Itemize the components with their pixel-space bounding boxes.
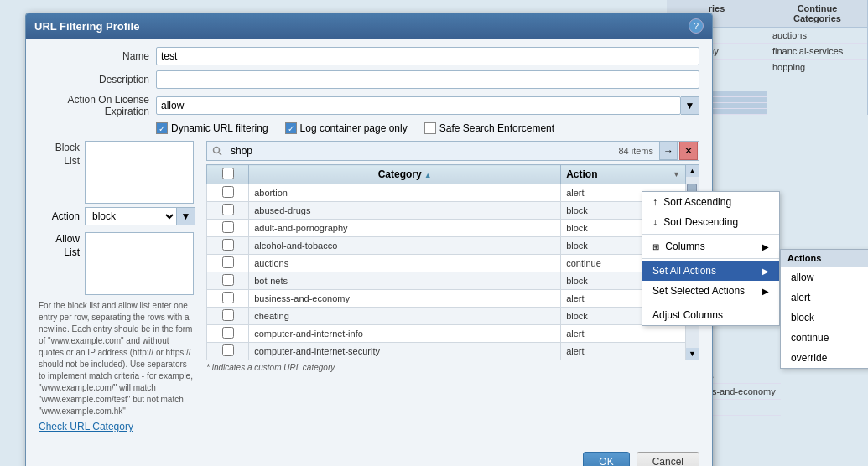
block-list-textarea[interactable]	[85, 141, 194, 204]
name-input[interactable]	[156, 47, 699, 65]
row-checkbox-cell	[207, 184, 249, 202]
row-action: alert	[561, 343, 686, 360]
adjust-columns-item[interactable]: Adjust Columns	[642, 305, 779, 325]
svg-line-1	[219, 153, 221, 155]
description-row: Description	[39, 70, 699, 89]
row-checkbox[interactable]	[222, 344, 234, 356]
search-clear-btn[interactable]: ✕	[679, 142, 698, 160]
block-list-label: Block List	[39, 141, 85, 168]
url-filtering-dialog: URL Filtering Profile ? Name Description…	[25, 13, 713, 466]
set-all-actions-item[interactable]: Set All Actions ▶	[642, 261, 779, 281]
safe-search-label: Safe Search Enforcement	[439, 122, 554, 134]
action-select[interactable]: block allow alert	[85, 207, 177, 225]
action-expiry-select-wrap: allow block ▼	[156, 96, 699, 115]
action-continue[interactable]: continue	[781, 328, 868, 348]
scroll-down-btn[interactable]: ▼	[686, 348, 699, 360]
search-icon	[207, 141, 227, 161]
table-body: abortion alert abused-drugs block adult-…	[207, 184, 686, 360]
action-column-dropdown-btn[interactable]: ▼	[673, 170, 680, 179]
context-menu: ↑ Sort Ascending ↓ Sort Descending ⊞ Col…	[642, 191, 780, 326]
description-label: Description	[39, 74, 156, 85]
row-checkbox-cell	[207, 343, 249, 360]
row-category: business-and-economy	[249, 290, 561, 308]
row-checkbox[interactable]	[222, 221, 234, 233]
row-checkbox[interactable]	[222, 274, 234, 286]
checkmark-icon: ✓	[288, 124, 294, 133]
row-checkbox[interactable]	[222, 309, 234, 321]
row-checkbox[interactable]	[222, 239, 234, 251]
row-checkbox[interactable]	[222, 256, 234, 268]
sort-desc-label: ↓ Sort Descending	[652, 216, 738, 228]
left-panel: Block List Action block allow alert ▼ Al…	[39, 141, 198, 432]
row-checkbox-cell	[207, 220, 249, 237]
checkboxes-row: ✓ Dynamic URL filtering ✓ Log container …	[156, 122, 699, 134]
name-row: Name	[39, 47, 699, 65]
action-dropdown-arrow[interactable]: ▼	[177, 207, 195, 225]
sort-asc-label: ↑ Sort Ascending	[652, 196, 731, 208]
action-expiry-select[interactable]: allow block	[156, 96, 681, 115]
checkmark-icon: ✓	[159, 124, 165, 133]
scroll-up-btn[interactable]: ▲	[686, 165, 699, 177]
row-checkbox[interactable]	[222, 204, 234, 215]
action-override[interactable]: override	[781, 348, 868, 368]
search-next-btn[interactable]: →	[659, 142, 678, 160]
row-checkbox-cell	[207, 272, 249, 290]
allow-list-textarea[interactable]	[85, 232, 194, 295]
log-container-label: Log container page only	[300, 122, 408, 134]
table-row: alcohol-and-tobacco block	[207, 237, 686, 255]
ok-button[interactable]: OK	[583, 452, 629, 466]
sort-descending-item[interactable]: ↓ Sort Descending	[642, 212, 779, 232]
row-checkbox-cell	[207, 237, 249, 255]
action-allow[interactable]: allow	[781, 267, 868, 287]
columns-icon-wrap: ⊞ Columns	[652, 241, 705, 252]
action-header-label: Action	[566, 168, 597, 180]
dynamic-url-label: Dynamic URL filtering	[171, 122, 268, 134]
allow-list-label-row: Allow List	[39, 232, 198, 295]
asterisk-note: * indicates a custom URL category	[206, 363, 699, 372]
table-header-row: Category ▲ Action ▼	[207, 165, 686, 184]
table-row: business-and-economy alert	[207, 290, 686, 308]
row-checkbox[interactable]	[222, 186, 234, 198]
rp-item: financial-services	[767, 44, 867, 60]
set-all-actions-arrow: ▶	[762, 267, 769, 276]
select-all-checkbox[interactable]	[222, 168, 234, 179]
rp-item: auctions	[767, 28, 867, 44]
table-row: computer-and-internet-security alert	[207, 343, 686, 360]
category-table: Category ▲ Action ▼	[206, 164, 686, 360]
row-checkbox-cell	[207, 255, 249, 272]
divider	[642, 303, 779, 303]
row-checkbox[interactable]	[222, 292, 234, 303]
set-selected-actions-item[interactable]: Set Selected Actions ▶	[642, 281, 779, 301]
columns-item[interactable]: ⊞ Columns ▶	[642, 236, 779, 256]
action-expiry-dropdown-arrow[interactable]: ▼	[681, 96, 699, 115]
row-action: alert	[561, 325, 686, 343]
set-selected-actions-arrow: ▶	[762, 287, 769, 296]
sort-asc-icon: ▲	[424, 171, 432, 179]
panels: Block List Action block allow alert ▼ Al…	[39, 141, 699, 432]
action-block[interactable]: block	[781, 308, 868, 328]
th-category: Category ▲	[249, 165, 561, 184]
table-container: Category ▲ Action ▼	[206, 164, 699, 360]
help-button[interactable]: ?	[689, 18, 704, 34]
row-category: bot-nets	[249, 272, 561, 290]
dynamic-url-checkbox-item: ✓ Dynamic URL filtering	[156, 122, 268, 134]
modal-footer: OK Cancel	[26, 445, 712, 466]
check-url-link[interactable]: Check URL Category	[39, 421, 198, 432]
log-container-checkbox-item: ✓ Log container page only	[285, 122, 408, 134]
row-category: auctions	[249, 255, 561, 272]
rp-item: hopping	[767, 60, 867, 75]
action-header-wrap: Action ▼	[566, 168, 680, 180]
search-input[interactable]	[227, 143, 613, 158]
action-alert[interactable]: alert	[781, 287, 868, 308]
rp-list2: auctions financial-services hopping	[767, 28, 868, 115]
th-checkbox	[207, 165, 249, 184]
sort-ascending-item[interactable]: ↑ Sort Ascending	[642, 192, 779, 212]
table-row: abortion alert	[207, 184, 686, 202]
row-checkbox[interactable]	[222, 327, 234, 339]
log-container-checkbox[interactable]: ✓	[285, 122, 297, 134]
row-category: alcohol-and-tobacco	[249, 237, 561, 255]
dynamic-url-checkbox[interactable]: ✓	[156, 122, 168, 134]
cancel-button[interactable]: Cancel	[637, 452, 699, 466]
description-input[interactable]	[156, 70, 699, 89]
safe-search-checkbox[interactable]	[424, 122, 436, 134]
